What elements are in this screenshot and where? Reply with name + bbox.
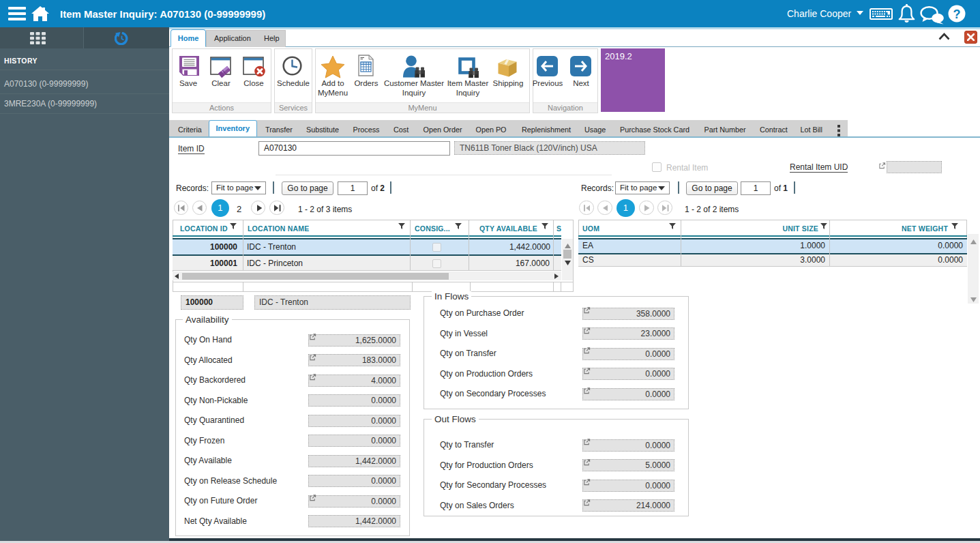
svg-text:?: ?	[953, 8, 961, 21]
